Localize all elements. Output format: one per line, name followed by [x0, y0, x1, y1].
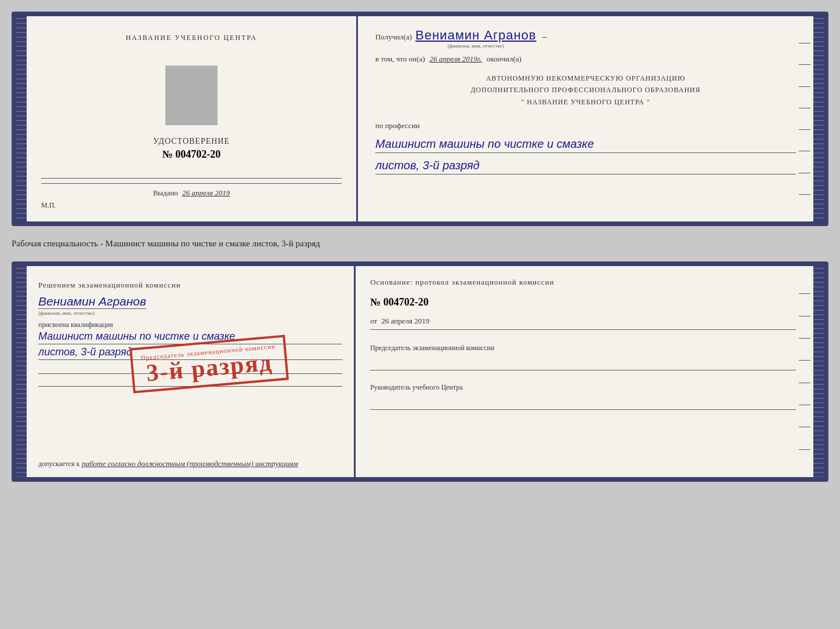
profession-value: Машинист машины по чистке и смазке	[375, 137, 796, 153]
mp-label: М.П.	[41, 201, 56, 210]
specialty-label: Рабочая специальность - Машинист машины …	[12, 237, 828, 251]
right-edge-decoration	[799, 16, 813, 221]
ot-line: от 26 апреля 2019	[370, 317, 796, 330]
reshenie-title: Решением экзаменационной комиссии	[38, 281, 342, 290]
predsedatel-sig-line	[370, 360, 796, 370]
recipient-subtext: (фамилия, имя, отчество)	[448, 43, 504, 49]
org-line1: АВТОНОМНУЮ НЕКОММЕРЧЕСКУЮ ОРГАНИЗАЦИЮ	[375, 72, 796, 84]
recipient-line: Получил(а) Вениамин Агранов (фамилия, им…	[375, 28, 796, 49]
profession2: Машинист машины по чистке и смазке	[38, 330, 342, 344]
rukovoditel-label: Руководитель учебного Центра	[370, 382, 796, 392]
dopuskaetsya-value: работе согласно должностным (производств…	[82, 459, 298, 468]
right-edge-decoration-2	[799, 266, 813, 477]
rukovoditel-sig-line	[370, 399, 796, 410]
okonchil-label: окончил(а)	[487, 54, 522, 64]
vydano-date: 26 апреля 2019	[182, 188, 230, 197]
number-line: № 004702-20	[370, 296, 796, 308]
dopuskaetsya-label: допускается к	[38, 460, 79, 468]
name2: Вениамин Агранов	[38, 294, 146, 309]
center-label-top: НАЗВАНИЕ УЧЕБНОГО ЦЕНТРА	[126, 34, 258, 42]
vydano-label: Выдано	[153, 188, 178, 197]
dash1: –	[542, 31, 547, 42]
vydano-line: Выдано 26 апреля 2019	[41, 183, 342, 198]
udostoverenie-title: УДОСТОВЕРЕНИЕ	[153, 137, 230, 146]
ot-date: 26 апреля 2019	[381, 317, 429, 325]
date-line: в том, что он(а) 26 апреля 2019г. окончи…	[375, 54, 796, 64]
udostoverenie-number: № 004702-20	[162, 148, 221, 161]
date-value: 26 апреля 2019г.	[429, 54, 481, 64]
ot-label: от	[370, 317, 377, 325]
predsedatel-label: Председатель экзаменационной комиссии	[370, 343, 796, 353]
photo-placeholder	[165, 66, 218, 125]
razryad-value: листов, 3-й разряд	[375, 159, 796, 174]
osnovanie-label: Основание: протокол экзаменационной коми…	[370, 278, 796, 287]
org-line2: ДОПОЛНИТЕЛЬНОГО ПРОФЕССИОНАЛЬНОГО ОБРАЗО…	[375, 84, 796, 96]
po-professii: по профессии	[375, 121, 796, 130]
recipient-name: Вениамин Агранов	[415, 28, 537, 43]
org-line3: " НАЗВАНИЕ УЧЕБНОГО ЦЕНТРА "	[375, 96, 796, 108]
name2-sub: (фамилия, имя, отчество)	[38, 310, 95, 316]
poluchil-label: Получил(а)	[375, 32, 412, 42]
org-block: АВТОНОМНУЮ НЕКОММЕРЧЕСКУЮ ОРГАНИЗАЦИЮ ДО…	[375, 72, 796, 108]
vtom-label: в том, что он(а)	[375, 54, 425, 64]
prisvoena-label: присвоена квалификация	[38, 321, 342, 329]
